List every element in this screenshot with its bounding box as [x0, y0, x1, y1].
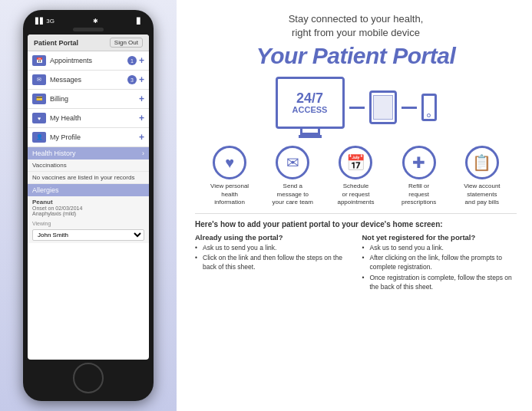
billing-icon: 💳	[32, 94, 46, 104]
feature-health-info: ♥ View personalhealthinformation	[199, 146, 260, 206]
right-panel: Stay connected to your health, right fro…	[177, 0, 532, 411]
phone-speaker	[73, 28, 104, 31]
appointments-icon: 📅	[32, 55, 46, 66]
bluetooth-icon: ✱	[93, 18, 98, 25]
vaccinations-item: Vaccinations	[28, 159, 149, 172]
appointments-label: Appointments	[50, 57, 127, 64]
portal-heading: Your Patient Portal	[195, 43, 517, 69]
left-panel: ▋▋ 3G ✱ ▊ Patient Portal Sign Out 📅 Appo…	[0, 0, 177, 411]
calendar-icon: 📅	[339, 146, 372, 179]
my-profile-expand[interactable]: +	[139, 132, 144, 143]
my-health-expand[interactable]: +	[139, 113, 144, 123]
feature-schedule: 📅 Scheduleor requestappointments	[325, 146, 386, 206]
tagline-line1: Stay connected to your health,	[289, 13, 424, 25]
chevron-right-icon: ›	[142, 150, 144, 157]
signal-icon: ▋▋ 3G	[35, 18, 55, 25]
not-yet-step-3: Once registration is complete, follow th…	[362, 274, 517, 292]
no-vaccines-item: No vaccines are listed in your records	[28, 172, 149, 184]
how-to-title: Here's how to add your patient portal to…	[195, 220, 517, 229]
status-bar: ▋▋ 3G ✱ ▊	[28, 15, 149, 26]
battery-icon: ▊	[137, 18, 141, 25]
feature-message: ✉ Send amessage toyour care team	[262, 146, 323, 206]
already-step-1: Ask us to send you a link.	[195, 244, 350, 253]
viewing-select[interactable]: John Smith	[32, 229, 144, 241]
connector-line-2	[401, 107, 417, 109]
screen-header: Patient Portal Sign Out	[28, 35, 149, 51]
allergy-item-peanut: Peanut Onset on 02/03/2014 Anaphylaxis (…	[28, 196, 149, 219]
monitor-box: 24/7 ACCESS	[276, 77, 345, 129]
billing-label: Billing	[50, 95, 139, 103]
connector-2	[401, 107, 417, 109]
menu-item-billing[interactable]: 💳 Billing +	[28, 90, 149, 109]
heart-icon: ♥	[213, 146, 246, 179]
billing-expand[interactable]: +	[139, 94, 144, 104]
tablet-icon	[369, 90, 397, 124]
feature-prescription-label: Refill orrequestprescriptions	[401, 182, 436, 206]
menu-item-my-health[interactable]: ♥ My Health +	[28, 109, 149, 128]
feature-bills-label: View accountstatementsand pay bills	[464, 182, 500, 206]
access-diagram: 24/7 ACCESS	[195, 77, 517, 138]
vaccinations-label: Vaccinations	[32, 162, 67, 169]
allergies-label: Allergies	[32, 186, 59, 194]
my-health-icon: ♥	[32, 113, 46, 123]
allergies-section-header: Allergies	[28, 184, 149, 196]
sign-out-button[interactable]: Sign Out	[110, 38, 143, 48]
bills-icon: 📋	[465, 146, 499, 179]
screen-portal-title: Patient Portal	[34, 39, 78, 47]
connector-1	[349, 107, 365, 109]
menu-item-my-profile[interactable]: 👤 My Profile +	[28, 128, 149, 147]
already-step-2: Click on the link and then follow the st…	[195, 254, 350, 272]
feature-bills: 📋 View accountstatementsand pay bills	[451, 146, 513, 206]
already-registered-col: Already using the portal? Ask us to send…	[195, 233, 350, 294]
monitor-access-text: ACCESS	[292, 105, 328, 114]
my-health-label: My Health	[50, 114, 139, 122]
not-yet-step-2: After clicking on the link, follow the p…	[362, 254, 517, 272]
connector-line-1	[349, 107, 365, 109]
allergy-severity: Anaphylaxis (mild)	[32, 211, 144, 216]
menu-item-messages[interactable]: ✉ Messages 3 +	[28, 71, 149, 90]
not-yet-steps-list: Ask us to send you a link. After clickin…	[362, 244, 517, 292]
my-profile-label: My Profile	[50, 133, 139, 141]
not-yet-title: Not yet registered for the portal?	[362, 233, 517, 242]
appointments-expand[interactable]: +	[139, 55, 144, 66]
menu-item-appointments[interactable]: 📅 Appointments 1 +	[28, 51, 149, 71]
tagline: Stay connected to your health, right fro…	[195, 12, 517, 40]
messages-badge: 3	[127, 75, 137, 84]
how-to-columns: Already using the portal? Ask us to send…	[195, 233, 517, 294]
message-icon: ✉	[276, 146, 309, 179]
allergy-name: Peanut	[32, 199, 144, 206]
my-profile-icon: 👤	[32, 132, 46, 143]
monitor-stand	[299, 135, 322, 138]
health-history-header[interactable]: Health History ›	[28, 147, 149, 159]
tablet-screen	[373, 95, 393, 120]
no-vaccines-text: No vaccines are listed in your records	[32, 174, 134, 181]
features-row: ♥ View personalhealthinformation ✉ Send …	[195, 146, 517, 206]
feature-schedule-label: Scheduleor requestappointments	[337, 182, 374, 206]
how-to-section: Here's how to add your patient portal to…	[195, 213, 517, 294]
messages-label: Messages	[50, 76, 127, 84]
messages-icon: ✉	[32, 74, 46, 85]
not-registered-col: Not yet registered for the portal? Ask u…	[362, 233, 517, 294]
monitor-247-text: 24/7	[296, 91, 323, 105]
tagline-line2: right from your mobile device	[292, 27, 420, 38]
viewing-label: Viewing	[32, 221, 144, 226]
phone-icon	[421, 94, 437, 121]
viewing-section: Viewing John Smith	[28, 219, 149, 243]
not-yet-step-1: Ask us to send you a link.	[362, 244, 517, 253]
prescription-icon: ✚	[402, 146, 436, 179]
feature-health-label: View personalhealthinformation	[210, 182, 249, 206]
phone-mockup: ▋▋ 3G ✱ ▊ Patient Portal Sign Out 📅 Appo…	[23, 10, 154, 401]
already-steps-list: Ask us to send you a link. Click on the …	[195, 244, 350, 273]
allergy-onset: Onset on 02/03/2014	[32, 206, 144, 211]
already-title: Already using the portal?	[195, 233, 350, 242]
feature-message-label: Send amessage toyour care team	[273, 182, 313, 206]
phone-screen: Patient Portal Sign Out 📅 Appointments 1…	[28, 35, 149, 360]
phone-home-dot	[427, 113, 431, 117]
messages-expand[interactable]: +	[139, 74, 144, 85]
feature-prescriptions: ✚ Refill orrequestprescriptions	[388, 146, 450, 206]
health-history-label: Health History	[32, 150, 76, 157]
appointments-badge: 1	[127, 56, 137, 65]
home-button[interactable]	[73, 363, 104, 393]
